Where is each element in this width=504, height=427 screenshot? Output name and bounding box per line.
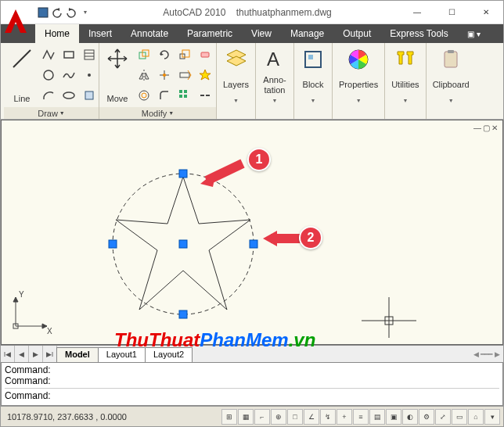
ribbon-tabs: Home Insert Annotate Parametric View Man… xyxy=(1,24,503,43)
svg-rect-3 xyxy=(64,52,74,58)
block-button[interactable]: Block ▼ xyxy=(297,45,329,105)
svg-rect-17 xyxy=(180,73,189,77)
erase-icon[interactable] xyxy=(196,45,214,64)
qat-dropdown-icon[interactable]: ▼ xyxy=(79,6,92,19)
panel-properties: Properties ▼ xyxy=(333,43,385,119)
array-icon[interactable] xyxy=(175,86,194,105)
move-button[interactable]: Move xyxy=(103,45,132,105)
horizontal-scrollbar[interactable]: ◀ ━━━ ▶ xyxy=(193,346,503,362)
tab-home[interactable]: Home xyxy=(35,24,79,43)
qat-redo-icon[interactable] xyxy=(65,6,77,19)
tab-view[interactable]: View xyxy=(242,24,281,43)
drawing-area[interactable]: — ▢ ✕ xyxy=(1,120,503,345)
svg-rect-20 xyxy=(179,95,182,98)
ellipse-icon[interactable] xyxy=(59,86,78,105)
model-toggle-icon[interactable]: ▣ xyxy=(386,409,401,425)
panel-modify-footer[interactable]: Modify▼ xyxy=(99,107,216,119)
status-extra4-icon[interactable]: ▭ xyxy=(452,409,467,425)
join-icon[interactable] xyxy=(196,86,214,105)
polar-toggle-icon[interactable]: ⊕ xyxy=(271,409,286,425)
minimize-button[interactable]: — xyxy=(400,2,434,23)
tab-annotate[interactable]: Annotate xyxy=(121,24,178,43)
otrack-toggle-icon[interactable]: ∠ xyxy=(304,409,319,425)
scale-icon[interactable] xyxy=(175,45,194,64)
svg-line-1 xyxy=(13,50,31,67)
svg-point-2 xyxy=(44,70,53,80)
region-icon[interactable] xyxy=(80,86,99,105)
properties-button[interactable]: Properties ▼ xyxy=(336,45,381,105)
callout-arrow-1 xyxy=(197,157,252,188)
layout-next-icon[interactable]: ▶ xyxy=(29,346,43,362)
layout-prev-icon[interactable]: ◀ xyxy=(15,346,29,362)
qat-save-icon[interactable] xyxy=(37,6,49,19)
lwt-toggle-icon[interactable]: ≡ xyxy=(353,409,369,425)
layout-last-icon[interactable]: ▶I xyxy=(43,346,57,362)
fillet-icon[interactable] xyxy=(155,86,174,105)
window-controls: — ☐ ✕ xyxy=(400,2,503,23)
svg-rect-19 xyxy=(184,90,187,93)
rotate-icon[interactable] xyxy=(155,45,174,64)
spline-icon[interactable] xyxy=(59,66,78,84)
layout-first-icon[interactable]: I◀ xyxy=(1,346,15,362)
line-button[interactable]: Line xyxy=(7,45,37,105)
grid-toggle-icon[interactable]: ▦ xyxy=(238,409,254,425)
close-button[interactable]: ✕ xyxy=(469,2,503,23)
tab-output[interactable]: Output xyxy=(333,24,380,43)
snap-toggle-icon[interactable]: ⊞ xyxy=(221,409,237,425)
stretch-icon[interactable] xyxy=(175,66,194,84)
status-extra1-icon[interactable]: ◐ xyxy=(402,409,418,425)
svg-point-14 xyxy=(163,74,166,77)
command-window[interactable]: Command: Command: Command: xyxy=(1,362,503,406)
tab-parametric[interactable]: Parametric xyxy=(178,24,242,43)
ortho-toggle-icon[interactable]: ⌐ xyxy=(254,409,270,425)
offset-icon[interactable] xyxy=(135,86,153,105)
mirror-icon[interactable] xyxy=(135,66,153,84)
copy-icon[interactable] xyxy=(135,45,153,64)
layers-button[interactable]: Layers ▼ xyxy=(220,45,252,105)
app-menu-button[interactable] xyxy=(3,8,33,41)
svg-rect-28 xyxy=(448,50,454,53)
layout-tab-layout2[interactable]: Layout2 xyxy=(145,347,193,362)
panel-draw-footer[interactable]: Draw▼ xyxy=(4,107,99,119)
rectangle-icon[interactable] xyxy=(59,45,78,64)
svg-point-4 xyxy=(63,92,74,99)
layout-tab-layout1[interactable]: Layout1 xyxy=(98,347,146,362)
svg-rect-18 xyxy=(179,90,182,93)
utilities-button[interactable]: Utilities ▼ xyxy=(388,45,422,105)
maximize-button[interactable]: ☐ xyxy=(434,2,469,23)
qat-undo-icon[interactable] xyxy=(51,6,63,19)
point-icon[interactable] xyxy=(80,66,99,84)
status-extra6-icon[interactable]: ▾ xyxy=(484,409,500,425)
annotation-button[interactable]: A Anno- tation ▼ xyxy=(259,45,290,105)
layout-nav: I◀ ◀ ▶ ▶I xyxy=(1,346,57,362)
tab-insert[interactable]: Insert xyxy=(79,24,121,43)
panel-modify: Move Modify▼ xyxy=(99,43,217,119)
trim-icon[interactable] xyxy=(155,66,174,84)
qp-toggle-icon[interactable]: ▤ xyxy=(369,409,385,425)
callout-badge-1: 1 xyxy=(247,148,271,171)
osnap-toggle-icon[interactable]: □ xyxy=(287,409,303,425)
status-extra5-icon[interactable]: ⌂ xyxy=(468,409,484,425)
svg-rect-30 xyxy=(179,170,187,178)
quick-access-toolbar: ▼ xyxy=(34,6,95,19)
circle-icon[interactable] xyxy=(39,66,58,84)
svg-point-12 xyxy=(139,91,149,100)
status-extra2-icon[interactable]: ⚙ xyxy=(419,409,434,425)
polyline-icon[interactable] xyxy=(39,45,58,64)
panel-block: Block ▼ xyxy=(294,43,333,119)
panel-utilities: Utilities ▼ xyxy=(385,43,426,119)
layout-tab-model[interactable]: Model xyxy=(56,347,99,362)
svg-point-8 xyxy=(88,74,91,77)
ducs-toggle-icon[interactable]: ↯ xyxy=(320,409,336,425)
status-extra3-icon[interactable]: ⤢ xyxy=(435,409,451,425)
dyn-toggle-icon[interactable]: + xyxy=(337,409,352,425)
hatch-icon[interactable] xyxy=(80,45,99,64)
arc-icon[interactable] xyxy=(39,86,58,105)
explode-icon[interactable] xyxy=(196,66,214,84)
tab-express-tools[interactable]: Express Tools xyxy=(380,24,457,43)
panel-clipboard: Clipboard ▼ xyxy=(427,43,476,119)
status-toggles: ⊞ ▦ ⌐ ⊕ □ ∠ ↯ + ≡ ▤ ▣ ◐ ⚙ ⤢ ▭ ⌂ ▾ xyxy=(221,409,500,425)
clipboard-button[interactable]: Clipboard ▼ xyxy=(430,45,473,105)
tab-extra-icon[interactable]: ▣ ▾ xyxy=(458,24,490,43)
tab-manage[interactable]: Manage xyxy=(281,24,333,43)
